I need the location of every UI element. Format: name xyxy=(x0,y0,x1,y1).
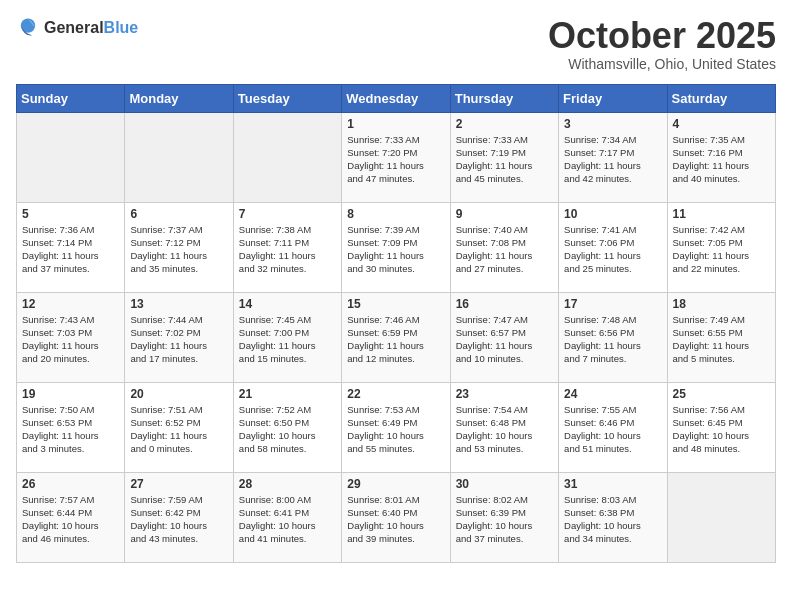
day-number: 20 xyxy=(130,387,227,401)
page-header: GeneralBlue October 2025 Withamsville, O… xyxy=(16,16,776,72)
calendar-cell: 18Sunrise: 7:49 AM Sunset: 6:55 PM Dayli… xyxy=(667,292,775,382)
calendar-cell xyxy=(125,112,233,202)
calendar-cell: 3Sunrise: 7:34 AM Sunset: 7:17 PM Daylig… xyxy=(559,112,667,202)
calendar-cell: 26Sunrise: 7:57 AM Sunset: 6:44 PM Dayli… xyxy=(17,472,125,562)
day-number: 22 xyxy=(347,387,444,401)
day-number: 11 xyxy=(673,207,770,221)
calendar-cell xyxy=(667,472,775,562)
day-header-sunday: Sunday xyxy=(17,84,125,112)
calendar-cell: 15Sunrise: 7:46 AM Sunset: 6:59 PM Dayli… xyxy=(342,292,450,382)
logo-general-text: General xyxy=(44,19,104,36)
calendar-cell: 7Sunrise: 7:38 AM Sunset: 7:11 PM Daylig… xyxy=(233,202,341,292)
calendar-week-row: 1Sunrise: 7:33 AM Sunset: 7:20 PM Daylig… xyxy=(17,112,776,202)
day-number: 9 xyxy=(456,207,553,221)
calendar-cell: 21Sunrise: 7:52 AM Sunset: 6:50 PM Dayli… xyxy=(233,382,341,472)
calendar-cell: 1Sunrise: 7:33 AM Sunset: 7:20 PM Daylig… xyxy=(342,112,450,202)
calendar-cell: 22Sunrise: 7:53 AM Sunset: 6:49 PM Dayli… xyxy=(342,382,450,472)
day-number: 1 xyxy=(347,117,444,131)
day-info: Sunrise: 7:44 AM Sunset: 7:02 PM Dayligh… xyxy=(130,313,227,366)
day-number: 12 xyxy=(22,297,119,311)
calendar-cell: 28Sunrise: 8:00 AM Sunset: 6:41 PM Dayli… xyxy=(233,472,341,562)
calendar-cell: 30Sunrise: 8:02 AM Sunset: 6:39 PM Dayli… xyxy=(450,472,558,562)
calendar-cell: 9Sunrise: 7:40 AM Sunset: 7:08 PM Daylig… xyxy=(450,202,558,292)
calendar-cell: 5Sunrise: 7:36 AM Sunset: 7:14 PM Daylig… xyxy=(17,202,125,292)
calendar-week-row: 12Sunrise: 7:43 AM Sunset: 7:03 PM Dayli… xyxy=(17,292,776,382)
day-number: 16 xyxy=(456,297,553,311)
day-number: 19 xyxy=(22,387,119,401)
day-number: 6 xyxy=(130,207,227,221)
day-info: Sunrise: 7:50 AM Sunset: 6:53 PM Dayligh… xyxy=(22,403,119,456)
calendar-cell: 27Sunrise: 7:59 AM Sunset: 6:42 PM Dayli… xyxy=(125,472,233,562)
day-number: 2 xyxy=(456,117,553,131)
day-number: 5 xyxy=(22,207,119,221)
calendar-cell: 24Sunrise: 7:55 AM Sunset: 6:46 PM Dayli… xyxy=(559,382,667,472)
calendar-cell: 14Sunrise: 7:45 AM Sunset: 7:00 PM Dayli… xyxy=(233,292,341,382)
day-header-friday: Friday xyxy=(559,84,667,112)
day-info: Sunrise: 7:36 AM Sunset: 7:14 PM Dayligh… xyxy=(22,223,119,276)
day-number: 28 xyxy=(239,477,336,491)
day-header-wednesday: Wednesday xyxy=(342,84,450,112)
logo-blue-text: Blue xyxy=(104,19,139,36)
day-info: Sunrise: 7:40 AM Sunset: 7:08 PM Dayligh… xyxy=(456,223,553,276)
day-number: 24 xyxy=(564,387,661,401)
day-number: 29 xyxy=(347,477,444,491)
day-info: Sunrise: 7:59 AM Sunset: 6:42 PM Dayligh… xyxy=(130,493,227,546)
calendar-cell xyxy=(233,112,341,202)
month-title: October 2025 xyxy=(548,16,776,56)
calendar-cell: 29Sunrise: 8:01 AM Sunset: 6:40 PM Dayli… xyxy=(342,472,450,562)
day-info: Sunrise: 7:42 AM Sunset: 7:05 PM Dayligh… xyxy=(673,223,770,276)
calendar-cell: 16Sunrise: 7:47 AM Sunset: 6:57 PM Dayli… xyxy=(450,292,558,382)
day-number: 13 xyxy=(130,297,227,311)
calendar-week-row: 26Sunrise: 7:57 AM Sunset: 6:44 PM Dayli… xyxy=(17,472,776,562)
logo-icon xyxy=(16,16,40,40)
day-info: Sunrise: 7:55 AM Sunset: 6:46 PM Dayligh… xyxy=(564,403,661,456)
calendar-cell xyxy=(17,112,125,202)
day-info: Sunrise: 7:52 AM Sunset: 6:50 PM Dayligh… xyxy=(239,403,336,456)
day-info: Sunrise: 7:34 AM Sunset: 7:17 PM Dayligh… xyxy=(564,133,661,186)
calendar-cell: 12Sunrise: 7:43 AM Sunset: 7:03 PM Dayli… xyxy=(17,292,125,382)
day-info: Sunrise: 8:00 AM Sunset: 6:41 PM Dayligh… xyxy=(239,493,336,546)
day-number: 10 xyxy=(564,207,661,221)
day-info: Sunrise: 7:45 AM Sunset: 7:00 PM Dayligh… xyxy=(239,313,336,366)
day-header-tuesday: Tuesday xyxy=(233,84,341,112)
location-text: Withamsville, Ohio, United States xyxy=(548,56,776,72)
calendar-cell: 20Sunrise: 7:51 AM Sunset: 6:52 PM Dayli… xyxy=(125,382,233,472)
day-number: 3 xyxy=(564,117,661,131)
day-info: Sunrise: 7:39 AM Sunset: 7:09 PM Dayligh… xyxy=(347,223,444,276)
day-info: Sunrise: 7:56 AM Sunset: 6:45 PM Dayligh… xyxy=(673,403,770,456)
calendar-cell: 25Sunrise: 7:56 AM Sunset: 6:45 PM Dayli… xyxy=(667,382,775,472)
day-info: Sunrise: 7:33 AM Sunset: 7:19 PM Dayligh… xyxy=(456,133,553,186)
day-info: Sunrise: 7:35 AM Sunset: 7:16 PM Dayligh… xyxy=(673,133,770,186)
day-header-monday: Monday xyxy=(125,84,233,112)
day-number: 18 xyxy=(673,297,770,311)
day-info: Sunrise: 7:48 AM Sunset: 6:56 PM Dayligh… xyxy=(564,313,661,366)
title-block: October 2025 Withamsville, Ohio, United … xyxy=(548,16,776,72)
day-info: Sunrise: 7:46 AM Sunset: 6:59 PM Dayligh… xyxy=(347,313,444,366)
calendar-cell: 19Sunrise: 7:50 AM Sunset: 6:53 PM Dayli… xyxy=(17,382,125,472)
day-number: 7 xyxy=(239,207,336,221)
day-number: 21 xyxy=(239,387,336,401)
day-info: Sunrise: 7:33 AM Sunset: 7:20 PM Dayligh… xyxy=(347,133,444,186)
day-number: 8 xyxy=(347,207,444,221)
calendar-week-row: 5Sunrise: 7:36 AM Sunset: 7:14 PM Daylig… xyxy=(17,202,776,292)
calendar-header-row: SundayMondayTuesdayWednesdayThursdayFrid… xyxy=(17,84,776,112)
day-number: 23 xyxy=(456,387,553,401)
calendar-cell: 13Sunrise: 7:44 AM Sunset: 7:02 PM Dayli… xyxy=(125,292,233,382)
day-info: Sunrise: 8:02 AM Sunset: 6:39 PM Dayligh… xyxy=(456,493,553,546)
day-info: Sunrise: 8:03 AM Sunset: 6:38 PM Dayligh… xyxy=(564,493,661,546)
day-number: 25 xyxy=(673,387,770,401)
day-header-saturday: Saturday xyxy=(667,84,775,112)
day-number: 30 xyxy=(456,477,553,491)
day-info: Sunrise: 7:57 AM Sunset: 6:44 PM Dayligh… xyxy=(22,493,119,546)
calendar-table: SundayMondayTuesdayWednesdayThursdayFrid… xyxy=(16,84,776,563)
day-info: Sunrise: 7:38 AM Sunset: 7:11 PM Dayligh… xyxy=(239,223,336,276)
day-number: 4 xyxy=(673,117,770,131)
calendar-week-row: 19Sunrise: 7:50 AM Sunset: 6:53 PM Dayli… xyxy=(17,382,776,472)
day-number: 15 xyxy=(347,297,444,311)
calendar-cell: 23Sunrise: 7:54 AM Sunset: 6:48 PM Dayli… xyxy=(450,382,558,472)
calendar-cell: 2Sunrise: 7:33 AM Sunset: 7:19 PM Daylig… xyxy=(450,112,558,202)
calendar-cell: 6Sunrise: 7:37 AM Sunset: 7:12 PM Daylig… xyxy=(125,202,233,292)
day-info: Sunrise: 7:54 AM Sunset: 6:48 PM Dayligh… xyxy=(456,403,553,456)
calendar-cell: 4Sunrise: 7:35 AM Sunset: 7:16 PM Daylig… xyxy=(667,112,775,202)
day-info: Sunrise: 7:51 AM Sunset: 6:52 PM Dayligh… xyxy=(130,403,227,456)
